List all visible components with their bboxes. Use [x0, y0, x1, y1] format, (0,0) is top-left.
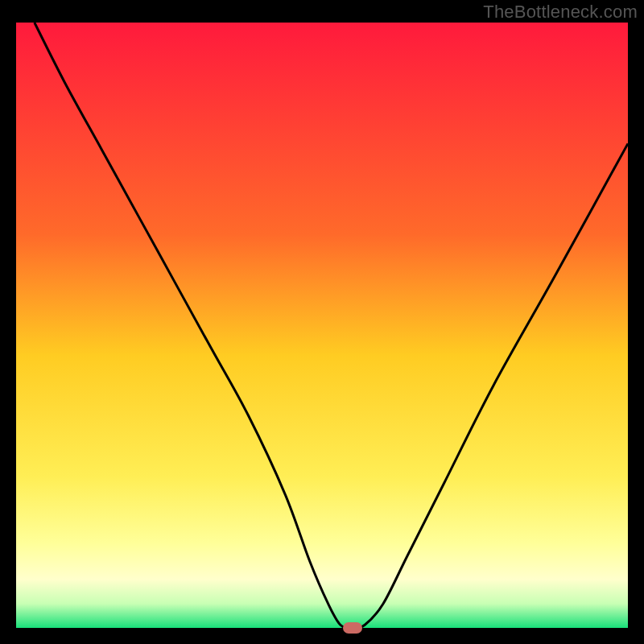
watermark-text: TheBottleneck.com [483, 2, 638, 23]
plot-area [16, 23, 628, 628]
min-point-marker [343, 622, 362, 634]
chart-frame: TheBottleneck.com [0, 0, 644, 644]
curve-layer [16, 23, 628, 628]
bottleneck-curve-path [35, 23, 628, 628]
